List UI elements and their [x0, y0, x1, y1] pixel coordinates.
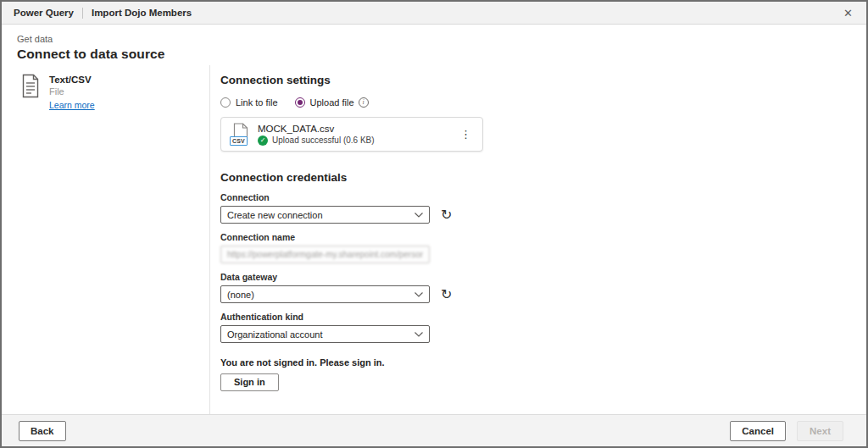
footer-bar: Back Cancel Next — [2, 414, 866, 446]
authentication-kind-dropdown[interactable]: Organizational account — [220, 325, 430, 343]
data-gateway-field: Data gateway (none) ↻ — [220, 272, 866, 303]
connection-name-label: Connection name — [220, 232, 866, 242]
connection-field: Connection Create new connection ↻ — [220, 192, 866, 224]
connection-value: Create new connection — [227, 210, 414, 220]
connection-label: Connection — [220, 192, 866, 202]
titlebar: Power Query Import Dojo Members ✕ — [2, 2, 866, 25]
csv-badge: CSV — [230, 136, 248, 146]
chevron-down-icon — [414, 291, 424, 298]
info-icon[interactable]: i — [359, 97, 369, 108]
chevron-down-icon — [414, 331, 424, 338]
connector-name: Text/CSV — [49, 75, 95, 85]
uploaded-file-card: CSV MOCK_DATA.csv ✓ Upload successful (0… — [220, 117, 483, 152]
upload-success-check-icon: ✓ — [258, 136, 268, 146]
page-title: Connect to data source — [17, 47, 866, 62]
file-options-menu-icon[interactable]: ⋮ — [456, 127, 476, 141]
sign-in-button[interactable]: Sign in — [220, 373, 279, 391]
textcsv-file-icon — [20, 74, 41, 112]
upload-status-text: Upload successful (0.6 KB) — [272, 136, 375, 145]
connection-name-input[interactable] — [220, 246, 430, 263]
file-mode-radio-group: Link to file Upload file i — [220, 97, 866, 108]
csv-file-icon: CSV — [230, 123, 250, 147]
main-area: Text/CSV File Learn more Connection sett… — [2, 65, 866, 414]
power-query-dialog: Power Query Import Dojo Members ✕ Get da… — [0, 0, 868, 448]
file-name: MOCK_DATA.csv — [258, 124, 456, 134]
connection-settings-title: Connection settings — [220, 74, 866, 86]
authentication-kind-field: Authentication kind Organizational accou… — [220, 312, 866, 343]
page-header: Get data Connect to data source — [2, 25, 866, 65]
upload-file-radio[interactable] — [295, 97, 305, 108]
link-to-file-label[interactable]: Link to file — [236, 97, 278, 108]
refresh-connections-icon[interactable]: ↻ — [441, 208, 452, 222]
app-title: Power Query — [14, 8, 74, 18]
data-gateway-value: (none) — [227, 290, 414, 300]
authentication-kind-value: Organizational account — [227, 329, 414, 340]
refresh-gateways-icon[interactable]: ↻ — [441, 288, 452, 301]
close-icon[interactable]: ✕ — [838, 6, 858, 20]
authentication-kind-label: Authentication kind — [220, 312, 866, 322]
document-title: Import Dojo Members — [92, 8, 192, 18]
connector-item-textcsv[interactable]: Text/CSV File Learn more — [20, 74, 209, 112]
signin-note: You are not signed in. Please sign in. — [220, 357, 866, 368]
learn-more-link[interactable]: Learn more — [49, 100, 95, 110]
chevron-down-icon — [414, 212, 424, 218]
titlebar-divider — [82, 8, 83, 19]
link-to-file-radio[interactable] — [220, 97, 231, 108]
content-panel: Connection settings Link to file Upload … — [210, 65, 866, 414]
connection-credentials-title: Connection credentials — [220, 171, 866, 184]
breadcrumb: Get data — [17, 34, 866, 44]
connector-sidebar: Text/CSV File Learn more — [2, 65, 210, 414]
data-gateway-label: Data gateway — [220, 272, 866, 282]
connection-dropdown[interactable]: Create new connection — [220, 206, 430, 224]
back-button[interactable]: Back — [19, 421, 66, 441]
connector-type: File — [49, 86, 95, 97]
cancel-button[interactable]: Cancel — [730, 421, 786, 441]
data-gateway-dropdown[interactable]: (none) — [220, 285, 430, 303]
connection-name-field: Connection name — [220, 232, 866, 263]
upload-file-label[interactable]: Upload file — [310, 97, 354, 108]
next-button[interactable]: Next — [797, 421, 843, 441]
